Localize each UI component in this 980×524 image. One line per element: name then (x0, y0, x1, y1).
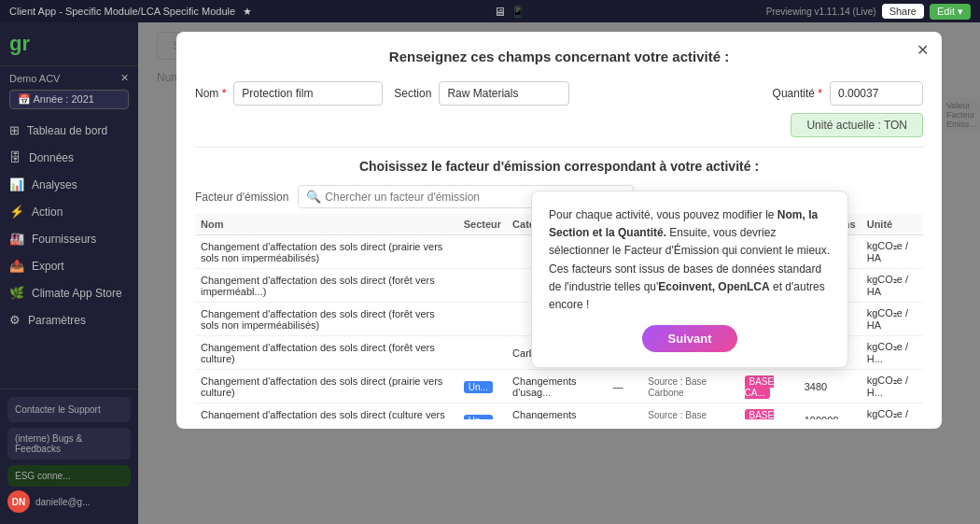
page-area: Select an option Number of sheets Valeur… (138, 22, 980, 524)
monitor-icon: 🖥 (494, 5, 506, 19)
preview-text: Previewing v1.11.14 (Live) (766, 7, 876, 17)
quantity-input[interactable] (830, 81, 923, 106)
sidebar-label-donnees: Données (29, 151, 74, 164)
year-badge[interactable]: 📅 Année : 2021 (9, 90, 129, 109)
col-nom: Nom (195, 214, 458, 235)
name-group: Nom * (195, 81, 383, 106)
suivant-button[interactable]: Suivant (642, 325, 738, 352)
factory-icon: 🏭 (9, 232, 24, 246)
title-bar-left: Client App - Specific Module/LCA Specifi… (9, 6, 252, 18)
modal-close-button[interactable]: ✕ (917, 41, 929, 59)
title-bar: Client App - Specific Module/LCA Specifi… (0, 0, 980, 22)
sidebar-item-action[interactable]: ⚡ Action (0, 198, 138, 225)
settings-icon: ⚙ (9, 313, 21, 327)
table-row[interactable]: Changement d'affectation des sols direct… (195, 404, 923, 420)
unit-row: Unité actuelle : TON (176, 113, 942, 143)
sidebar-item-analyses[interactable]: 📊 Analyses (0, 171, 138, 198)
modal-title: Renseignez ces champs concernant votre a… (176, 32, 942, 74)
section-group: Section (394, 81, 569, 106)
leaf-icon: 🌿 (9, 286, 24, 300)
app-shell: Client App - Specific Module/LCA Specifi… (0, 0, 980, 524)
sidebar-label-tableau: Tableau de bord (27, 124, 107, 137)
search-icon: 🔍 (306, 190, 321, 204)
col-secteur: Secteur (458, 214, 507, 235)
source-tag: BASE CA... (745, 409, 775, 420)
sidebar-item-fournisseurs[interactable]: 🏭 Fournisseurs (0, 225, 138, 252)
tooltip-text: Pour chaque activité, vous pouvez modifi… (549, 206, 831, 314)
chart-icon: 📊 (9, 177, 24, 191)
modal-backdrop: ✕ Renseignez ces champs concernant votre… (138, 22, 980, 524)
edit-button[interactable]: Edit ▾ (930, 4, 971, 20)
name-input[interactable] (233, 81, 383, 106)
grid-icon: ⊞ (9, 123, 20, 137)
emission-label: Facteur d'émission (195, 191, 288, 204)
action-icon: ⚡ (9, 205, 24, 219)
title-bar-center: 🖥 📱 (494, 5, 525, 19)
sidebar-item-donnees[interactable]: 🗄 Données (0, 144, 138, 171)
data-icon: 🗄 (9, 150, 21, 164)
star-icon: ★ (243, 6, 252, 18)
avatar: DN (7, 490, 30, 513)
logo: gr (9, 32, 129, 56)
contact-label: Contacter le Support (15, 404, 101, 415)
emission-subtitle: Choisissez le facteur d'émission corresp… (176, 151, 942, 179)
sidebar-label-analyses: Analyses (32, 178, 77, 191)
divider (195, 147, 923, 148)
name-label: Nom * (195, 87, 226, 100)
source-tag: BASE CA... (745, 375, 775, 399)
avatar-email: danielle@g... (35, 497, 91, 507)
tooltip-popup: Pour chaque activité, vous pouvez modifi… (531, 191, 848, 368)
quantity-group: Quantité * (773, 81, 923, 106)
sidebar: gr Demo ACV ✕ 📅 Année : 2021 ⊞ Tableau d… (0, 22, 138, 524)
bug-box[interactable]: (interne) Bugs & Feedbacks (7, 428, 131, 460)
form-row: Nom * Section Quantité * (176, 74, 942, 113)
sidebar-nav: ⊞ Tableau de bord 🗄 Données 📊 Analyses ⚡… (0, 117, 138, 389)
section-label: Section (394, 87, 431, 100)
section-input[interactable] (439, 81, 569, 106)
sidebar-label-export: Export (32, 260, 64, 273)
sidebar-label-action: Action (32, 205, 63, 219)
bug-label: (interne) Bugs & Feedbacks (15, 433, 82, 454)
main-content: gr Demo ACV ✕ 📅 Année : 2021 ⊞ Tableau d… (0, 22, 980, 524)
unit-badge: Unité actuelle : TON (791, 113, 923, 137)
mobile-icon: 📱 (511, 6, 525, 18)
app-title: Client App - Specific Module/LCA Specifi… (9, 6, 235, 17)
esg-box[interactable]: ESG conne... (7, 465, 131, 487)
secteur-tag: Un... (464, 381, 493, 393)
logo-area: gr (0, 22, 138, 66)
title-bar-right: Previewing v1.11.14 (Live) Share Edit ▾ (766, 4, 971, 20)
export-icon: 📤 (9, 259, 24, 273)
sidebar-label-parametres: Paramètres (28, 314, 86, 327)
table-row[interactable]: Changement d'affectation des sols direct… (195, 370, 923, 404)
close-icon[interactable]: ✕ (120, 72, 129, 84)
sidebar-bottom: Contacter le Support (interne) Bugs & Fe… (0, 389, 138, 524)
modal: ✕ Renseignez ces champs concernant votre… (176, 32, 942, 429)
sidebar-label-fournisseurs: Fournisseurs (32, 233, 96, 246)
sidebar-item-climate[interactable]: 🌿 Climate App Store (0, 279, 138, 306)
sidebar-item-tableau[interactable]: ⊞ Tableau de bord (0, 117, 138, 144)
col-unite: Unité (861, 214, 923, 235)
sidebar-label-climate: Climate App Store (32, 287, 122, 300)
contact-box[interactable]: Contacter le Support (7, 397, 131, 422)
demo-label: Demo ACV ✕ (0, 66, 138, 90)
sidebar-item-parametres[interactable]: ⚙ Paramètres (0, 306, 138, 333)
sidebar-item-export[interactable]: 📤 Export (0, 252, 138, 279)
esg-label: ESG conne... (15, 471, 70, 481)
secteur-tag: Un... (464, 415, 493, 420)
share-button[interactable]: Share (882, 4, 924, 19)
quantity-label: Quantité * (773, 87, 822, 100)
